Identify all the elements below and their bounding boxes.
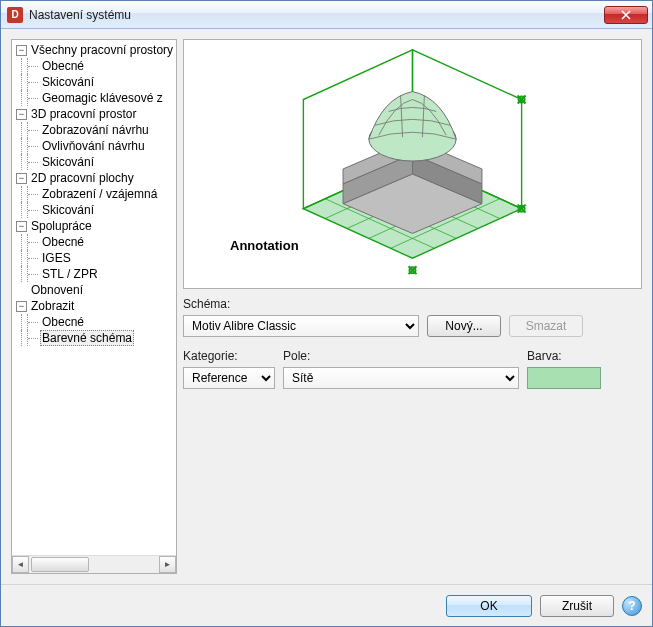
tree-leaf[interactable]: Zobrazení / vzájemná — [12, 186, 176, 202]
tree-node-recovery[interactable]: Obnovení — [12, 282, 176, 298]
help-icon: ? — [628, 599, 635, 613]
tree-leaf[interactable]: IGES — [12, 250, 176, 266]
tree-leaf[interactable]: Ovlivňování návrhu — [12, 138, 176, 154]
navigation-tree[interactable]: −Všechny pracovní prostory Obecné Skicov… — [12, 40, 176, 555]
cancel-button[interactable]: Zrušit — [540, 595, 614, 617]
footer: OK Zrušit ? — [1, 584, 652, 626]
new-button[interactable]: Nový... — [427, 315, 501, 337]
tree-leaf[interactable]: Skicování — [12, 202, 176, 218]
right-panel: Annotation Schéma: Motiv Alibre Classic … — [183, 39, 642, 574]
scroll-thumb[interactable] — [31, 557, 89, 572]
close-button[interactable] — [604, 6, 648, 24]
tree-node-all-workspaces[interactable]: −Všechny pracovní prostory — [12, 42, 176, 58]
collapse-icon[interactable]: − — [16, 173, 27, 184]
tree-leaf[interactable]: Obecné — [12, 58, 176, 74]
titlebar[interactable]: D Nastavení systému — [1, 1, 652, 29]
tree-node-2d-workspaces[interactable]: −2D pracovní plochy — [12, 170, 176, 186]
close-icon — [621, 10, 631, 20]
tree-leaf[interactable]: Skicování — [12, 74, 176, 90]
scroll-right-button[interactable]: ► — [159, 556, 176, 573]
preview-area: Annotation — [183, 39, 642, 289]
help-button[interactable]: ? — [622, 596, 642, 616]
color-swatch[interactable] — [527, 367, 601, 389]
tree-leaf[interactable]: Geomagic klávesové z — [12, 90, 176, 106]
tree-leaf[interactable]: Obecné — [12, 234, 176, 250]
tree-panel: −Všechny pracovní prostory Obecné Skicov… — [11, 39, 177, 574]
tree-leaf-color-scheme[interactable]: Barevné schéma — [12, 330, 176, 346]
settings-window: D Nastavení systému −Všechny pracovní pr… — [0, 0, 653, 627]
annotation-label: Annotation — [230, 238, 299, 253]
delete-button[interactable]: Smazat — [509, 315, 583, 337]
scheme-label: Schéma: — [183, 297, 642, 311]
tree-node-collaboration[interactable]: −Spolupráce — [12, 218, 176, 234]
category-select[interactable]: Reference — [183, 367, 275, 389]
field-label: Pole: — [283, 349, 519, 363]
form-area: Schéma: Motiv Alibre Classic Nový... Sma… — [183, 297, 642, 389]
color-label: Barva: — [527, 349, 601, 363]
collapse-icon[interactable]: − — [16, 221, 27, 232]
collapse-icon[interactable]: − — [16, 109, 27, 120]
field-select[interactable]: Sítě — [283, 367, 519, 389]
collapse-icon[interactable]: − — [16, 45, 27, 56]
tree-node-display[interactable]: −Zobrazit — [12, 298, 176, 314]
window-title: Nastavení systému — [29, 8, 598, 22]
scroll-left-button[interactable]: ◄ — [12, 556, 29, 573]
tree-leaf[interactable]: Obecné — [12, 314, 176, 330]
collapse-icon[interactable]: − — [16, 301, 27, 312]
category-label: Kategorie: — [183, 349, 275, 363]
scroll-track[interactable] — [29, 556, 159, 573]
tree-horizontal-scrollbar[interactable]: ◄ ► — [12, 555, 176, 573]
body: −Všechny pracovní prostory Obecné Skicov… — [1, 29, 652, 584]
tree-node-3d-workspace[interactable]: −3D pracovní prostor — [12, 106, 176, 122]
tree-leaf[interactable]: STL / ZPR — [12, 266, 176, 282]
scheme-select[interactable]: Motiv Alibre Classic — [183, 315, 419, 337]
tree-leaf[interactable]: Zobrazování návrhu — [12, 122, 176, 138]
tree-leaf[interactable]: Skicování — [12, 154, 176, 170]
ok-button[interactable]: OK — [446, 595, 532, 617]
app-icon: D — [7, 7, 23, 23]
